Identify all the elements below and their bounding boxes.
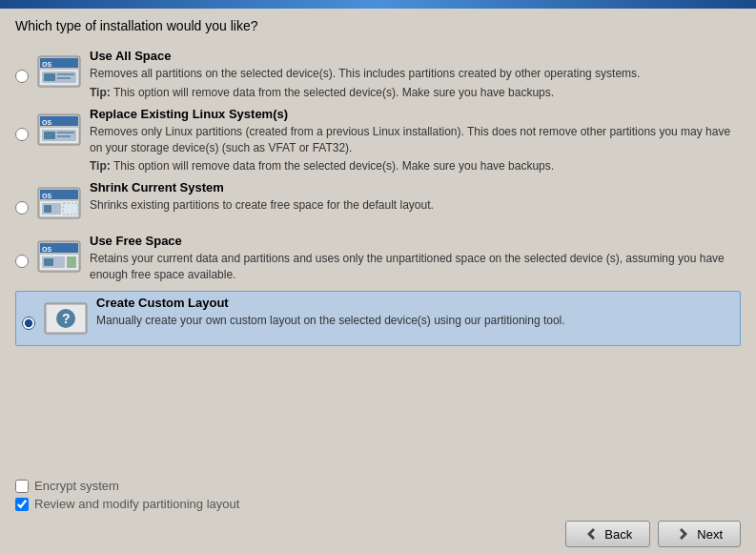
icon-use-all-space: OS <box>36 49 82 94</box>
svg-text:OS: OS <box>42 193 51 199</box>
title-replace-existing: Replace Existing Linux System(s) <box>90 107 741 121</box>
svg-rect-13 <box>44 132 55 139</box>
svg-text:?: ? <box>62 311 71 326</box>
svg-rect-7 <box>57 77 71 79</box>
radio-shrink-current[interactable] <box>15 201 29 215</box>
option-text-custom-layout: Create Custom Layout Manually create you… <box>96 296 734 333</box>
next-button[interactable]: Next <box>658 521 741 547</box>
svg-text:OS: OS <box>42 119 51 126</box>
option-text-shrink-current: Shrink Current System Shrinks existing p… <box>90 180 741 217</box>
option-replace-existing[interactable]: OS Replace Existing Linux System(s) Remo… <box>15 103 741 177</box>
icon-use-free-space: OS <box>36 234 82 279</box>
options-list: OS Use All Space Removes all partitions … <box>15 45 741 346</box>
svg-rect-22 <box>63 203 78 215</box>
option-text-use-all-space: Use All Space Removes all partitions on … <box>90 49 741 99</box>
desc-replace-existing: Removes only Linux partitions (created f… <box>90 124 741 156</box>
title-use-all-space: Use All Space <box>90 49 741 63</box>
icon-shrink-current: OS <box>36 180 82 226</box>
svg-rect-14 <box>57 132 74 133</box>
option-text-use-free-space: Use Free Space Retains your current data… <box>90 234 741 287</box>
back-label: Back <box>604 527 632 542</box>
next-arrow-icon <box>676 526 691 542</box>
back-button[interactable]: Back <box>565 521 650 547</box>
top-banner <box>0 0 756 9</box>
svg-marker-35 <box>680 528 687 540</box>
tip-use-all-space: Tip: This option will remove data from t… <box>90 86 741 99</box>
radio-use-all-space[interactable] <box>15 70 29 83</box>
option-text-replace-existing: Replace Existing Linux System(s) Removes… <box>90 107 741 174</box>
bottom-section: Encrypt system Review and modify partiti… <box>15 479 741 515</box>
svg-rect-29 <box>67 256 76 268</box>
icon-replace-existing: OS <box>36 107 82 153</box>
svg-rect-28 <box>44 258 53 266</box>
page-question: Which type of installation would you lik… <box>15 18 741 33</box>
svg-rect-5 <box>44 73 55 81</box>
review-checkbox[interactable] <box>15 498 29 511</box>
button-row: Back Next <box>565 521 741 547</box>
icon-custom-layout: ? <box>43 296 89 341</box>
review-label[interactable]: Review and modify partitioning layout <box>34 497 239 511</box>
radio-use-free-space[interactable] <box>15 255 29 268</box>
title-shrink-current: Shrink Current System <box>90 180 741 195</box>
svg-marker-34 <box>587 528 595 540</box>
svg-rect-6 <box>57 73 74 75</box>
desc-shrink-current: Shrinks existing partitions to create fr… <box>90 197 741 214</box>
encrypt-row: Encrypt system <box>15 479 741 493</box>
radio-replace-existing[interactable] <box>15 128 29 141</box>
svg-text:OS: OS <box>42 246 51 253</box>
back-arrow-icon <box>583 526 599 542</box>
desc-use-free-space: Retains your current data and partitions… <box>90 251 741 283</box>
encrypt-label[interactable]: Encrypt system <box>34 479 119 493</box>
tip-replace-existing: Tip: This option will remove data from t… <box>90 159 741 173</box>
main-content: Which type of installation would you lik… <box>0 9 756 352</box>
svg-rect-15 <box>57 135 71 137</box>
svg-text:OS: OS <box>42 61 51 68</box>
option-custom-layout[interactable]: ? Create Custom Layout Manually create y… <box>15 291 741 346</box>
svg-rect-21 <box>44 205 51 213</box>
desc-use-all-space: Removes all partitions on the selected d… <box>90 66 741 82</box>
option-use-free-space[interactable]: OS Use Free Space Retains your current d… <box>15 230 741 291</box>
option-use-all-space[interactable]: OS Use All Space Removes all partitions … <box>15 45 741 103</box>
option-shrink-current[interactable]: OS Shrink Current System Shrinks existin… <box>15 176 741 230</box>
review-row: Review and modify partitioning layout <box>15 497 741 511</box>
radio-custom-layout[interactable] <box>22 317 35 330</box>
title-use-free-space: Use Free Space <box>90 234 741 248</box>
desc-custom-layout: Manually create your own custom layout o… <box>96 313 734 329</box>
next-label: Next <box>697 527 723 542</box>
encrypt-checkbox[interactable] <box>15 480 29 493</box>
title-custom-layout: Create Custom Layout <box>96 296 734 310</box>
